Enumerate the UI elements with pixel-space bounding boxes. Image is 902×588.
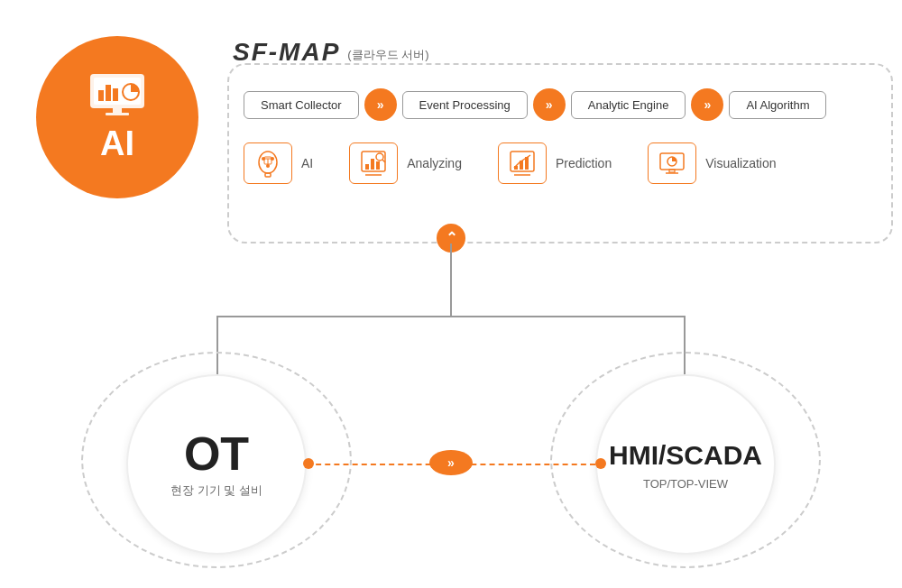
analyzing-chart-icon [358, 148, 389, 179]
feature-ai: AI [244, 142, 313, 184]
connector-vertical-line [450, 243, 452, 316]
feature-prediction: Prediction [498, 142, 612, 184]
monitor-icon [86, 72, 149, 117]
feature-ai-label: AI [301, 156, 313, 170]
svg-rect-31 [669, 170, 675, 172]
pipeline-ai-algorithm[interactable]: AI Algorithm [729, 91, 826, 119]
svg-rect-2 [98, 90, 104, 101]
pipeline-row: Smart Collector » Event Processing » Ana… [244, 88, 826, 121]
svg-rect-7 [106, 113, 129, 115]
sfmap-logo: SF-MAP [233, 38, 340, 67]
ai-icon-box [244, 142, 292, 184]
hmi-circle: HMI/SCADA TOP/TOP-VIEW [595, 374, 776, 555]
svg-rect-18 [371, 159, 374, 170]
ot-hmi-arrow: » [429, 450, 473, 475]
ot-sub-label: 현장 기기 및 설비 [170, 482, 262, 499]
sfmap-title-area: SF-MAP (클라우드 서버) [233, 38, 429, 67]
visualization-chart-icon [657, 148, 687, 179]
svg-point-21 [376, 153, 383, 161]
ot-circle: OT 현장 기기 및 설비 [126, 374, 307, 555]
svg-rect-14 [265, 173, 271, 177]
pipeline-analytic-engine[interactable]: Analytic Engine [571, 91, 686, 119]
sfmap-subtitle: (클라우드 서버) [347, 47, 428, 63]
pipeline-arrow-2: » [533, 88, 566, 121]
feature-analyzing: Analyzing [349, 142, 462, 184]
prediction-icon-box [498, 142, 547, 184]
pipeline-arrow-3: » [691, 88, 723, 121]
ai-brain-icon [253, 148, 283, 179]
svg-rect-3 [106, 85, 111, 101]
ot-main-label: OT [184, 430, 249, 477]
hmi-sub-label: TOP/TOP-VIEW [643, 477, 728, 491]
pipeline-event-processing[interactable]: Event Processing [402, 91, 528, 119]
svg-rect-19 [376, 161, 380, 170]
features-row: AI Analyzing [244, 142, 777, 184]
pipeline-arrow-1: » [364, 88, 397, 121]
ai-circle: AI [36, 36, 198, 198]
feature-prediction-label: Prediction [556, 156, 612, 170]
prediction-chart-icon [507, 148, 538, 179]
svg-rect-6 [113, 108, 122, 113]
pipeline-smart-collector[interactable]: Smart Collector [244, 91, 359, 119]
feature-visualization-label: Visualization [705, 156, 776, 170]
visualization-icon-box [648, 142, 696, 184]
feature-visualization: Visualization [648, 142, 776, 184]
ai-label: AI [100, 124, 134, 163]
ot-connector-dot-right [595, 458, 606, 469]
hmi-main-label: HMI/SCADA [609, 439, 762, 472]
feature-analyzing-label: Analyzing [407, 156, 462, 170]
svg-rect-17 [365, 164, 369, 170]
connector-horizontal-line [216, 316, 686, 317]
analyzing-icon-box [349, 142, 398, 184]
svg-rect-4 [113, 88, 118, 101]
